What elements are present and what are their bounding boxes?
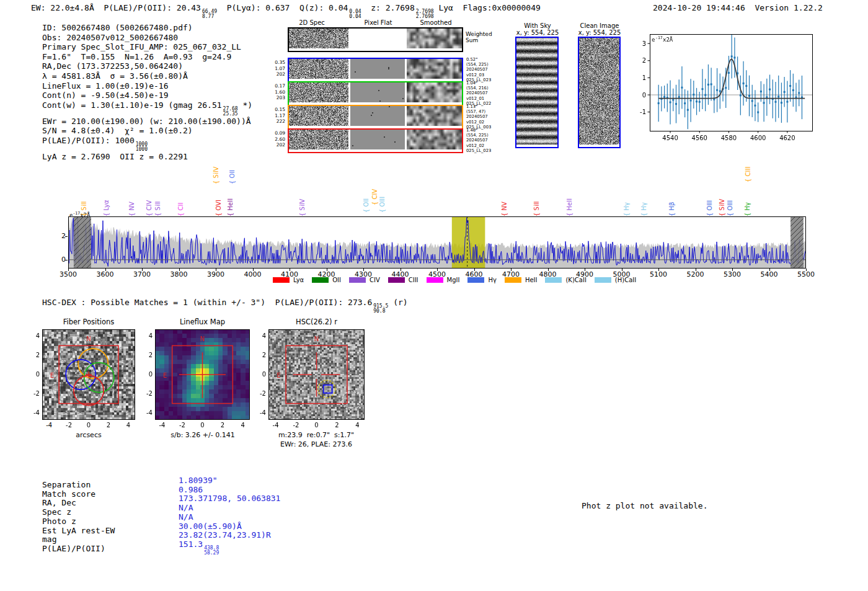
emission-line-label: { SiII xyxy=(155,201,161,216)
match-row-value: 151.3438.858.29 xyxy=(179,540,219,556)
spectrum-x-tick: 3500 xyxy=(56,270,81,278)
line-fit-zoom-plot xyxy=(634,28,815,146)
hscdex-matches-line: HSC-DEX : Possible Matches = 1 (within +… xyxy=(42,298,408,314)
stacked-uncertainty: 0.040.04 xyxy=(349,9,361,19)
spectrum-y-tick: 0 xyxy=(57,256,66,264)
cutout-y-tick: -2 xyxy=(255,390,266,397)
spec2d-row-left-labels: 0.151.17222 xyxy=(269,107,285,125)
match-row-value: 30.00(±5.90)Å xyxy=(179,522,242,531)
cutout-x-tick: 2 xyxy=(104,422,113,429)
tick-mark xyxy=(696,269,696,271)
cutout-x-tick: 0 xyxy=(312,422,322,429)
hsc-cutout xyxy=(268,329,365,420)
spectrum-x-tick: 4000 xyxy=(241,270,265,278)
legend-swatch xyxy=(312,277,329,283)
spectrum-x-tick: 5400 xyxy=(757,270,782,278)
info-line: S/N = 4.8(±0.4) χ² = 1.0(±0.2) xyxy=(42,126,252,136)
match-row-label: RA, Dec xyxy=(42,498,76,507)
tick-mark xyxy=(142,269,143,271)
cutout-y-tick: 4 xyxy=(29,332,40,339)
tick-mark xyxy=(179,269,180,271)
match-row-label: Est LyA rest-EW xyxy=(42,526,115,535)
report-datetime: 2024-10-20 19:44:46 xyxy=(653,3,745,12)
emission-line-label: { Hγ xyxy=(624,202,630,216)
emission-line-label: { NV xyxy=(502,202,508,216)
report-version: Version 1.22.2 xyxy=(755,3,823,12)
spectrum-x-tick: 5300 xyxy=(720,270,745,278)
legend-swatch xyxy=(505,277,521,283)
legend-item: CIV xyxy=(349,277,380,283)
cutout-x-tick: -4 xyxy=(157,422,167,429)
withsky-title: With Sky xyxy=(512,22,563,29)
match-row-value: 23.82(23.74,23.91)R xyxy=(179,530,271,540)
emission-line-label: { Hγ xyxy=(641,202,647,216)
cutout-y-tick: 4 xyxy=(255,332,266,339)
cutout-x-tick: -4 xyxy=(44,422,54,429)
cutout-y-tick: -2 xyxy=(29,390,40,397)
clean-canvas xyxy=(579,38,619,144)
tick-mark xyxy=(474,269,475,271)
cutout-x-tick: 4 xyxy=(238,422,248,429)
full-spectrum-plot xyxy=(68,216,806,269)
spectrum-x-tick: 3600 xyxy=(93,270,118,278)
match-row-value: N/A xyxy=(179,503,193,512)
info-line: F=1.6" T=0.155 N=1.26 A=0.93 g=24.9 xyxy=(42,52,252,62)
tick-mark xyxy=(732,269,733,271)
spec2d-row-canvas xyxy=(289,59,462,79)
match-row-label: Match score xyxy=(42,489,95,499)
emission-line-label: { OIII xyxy=(707,200,713,216)
info-line: Primary Spec_Slot_IFU_AMP: 025_067_032_L… xyxy=(42,42,252,52)
stacked-uncertainty: 66.498.77 xyxy=(202,9,217,19)
legend-item: Lyα xyxy=(273,277,304,283)
legend-swatch xyxy=(273,277,290,283)
info-line: LyA z = 2.7690 OII z = 0.2291 xyxy=(42,152,252,162)
tick-mark xyxy=(806,269,807,271)
legend-item: CIII xyxy=(388,277,418,283)
emission-line-label: { SiII xyxy=(81,201,87,216)
spec2d-row-canvas xyxy=(289,130,462,149)
tick-mark xyxy=(511,269,512,271)
spec2d-row-right-labels: 1.46"(554, 225)20240507v012_02025_LL_023 xyxy=(466,128,503,153)
info-line: P(LAE)/P(OII): 100010001000 xyxy=(42,136,252,152)
cutout-x-tick: 4 xyxy=(352,422,362,429)
tick-mark xyxy=(68,269,69,271)
legend-swatch xyxy=(467,277,484,283)
cutout-x-tick: -2 xyxy=(177,422,187,429)
spec2d-row xyxy=(288,58,463,82)
legend-swatch xyxy=(388,277,405,283)
tick-mark xyxy=(769,269,770,271)
tick-mark xyxy=(65,260,68,260)
match-row-label: mag xyxy=(42,535,56,544)
hsc-cutout-title: HSC(26.2) r xyxy=(268,318,365,326)
info-line: ID: 5002667480 (5002667480.pdf) xyxy=(42,23,252,33)
hsc-caption-2: EWr: 26, PLAE: 273.6 xyxy=(257,440,375,448)
tick-mark xyxy=(253,269,254,271)
cutout-x-tick: 2 xyxy=(332,422,342,429)
spec2d-row-left-labels: 0.171.60203 xyxy=(269,83,285,101)
tick-mark xyxy=(401,269,401,271)
cutout-x-tick: -2 xyxy=(64,422,74,429)
cutout-x-tick: -2 xyxy=(291,422,301,429)
legend-item: MgII xyxy=(427,277,460,283)
spectrum-x-tick: 5500 xyxy=(794,270,818,278)
cutout-x-tick: -4 xyxy=(271,422,281,429)
emission-line-label: { OII xyxy=(363,198,370,213)
stacked-uncertainty: 438.858.29 xyxy=(204,546,219,556)
cutout-y-tick: -4 xyxy=(142,409,153,416)
withsky-canvas xyxy=(516,38,557,144)
tick-mark xyxy=(548,269,549,271)
cutout-y-tick: 0 xyxy=(29,371,40,378)
emission-line-label: { SiIV xyxy=(213,167,219,184)
tick-mark xyxy=(65,236,68,237)
emission-line-label: { CIV xyxy=(372,189,378,205)
spectrum-x-tick: 3900 xyxy=(203,270,228,278)
tick-mark xyxy=(327,269,327,271)
stacked-uncertainty: 27.6825.35 xyxy=(223,107,238,117)
legend-swatch xyxy=(545,277,562,283)
emission-line-label: { HeII xyxy=(567,198,573,216)
info-line: λ = 4581.83Å σ = 3.56(±0.80)Å xyxy=(42,71,252,81)
cutout-y-tick: 2 xyxy=(255,352,266,358)
spec2d-row-canvas xyxy=(289,106,462,126)
emission-line-label: { Hβ xyxy=(669,202,675,216)
emission-line-label: { OVI xyxy=(216,200,222,216)
